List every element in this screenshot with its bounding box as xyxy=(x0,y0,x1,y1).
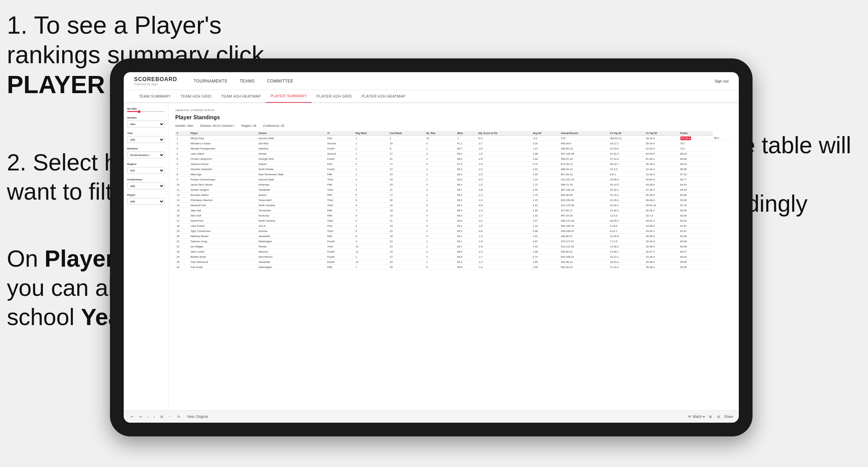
table-cell: 2 xyxy=(175,141,189,146)
toolbar-back[interactable]: ‹ xyxy=(146,414,149,419)
table-cell: 616-168-22 xyxy=(559,254,609,259)
table-cell: 66.77 xyxy=(679,177,713,182)
table-cell: 20-14-5 xyxy=(609,182,644,187)
sidebar-player-section: Player (All) xyxy=(127,193,165,205)
nav-tournaments[interactable]: TOURNAMENTS xyxy=(188,72,234,90)
table-cell: 49-35-9 xyxy=(644,234,679,239)
sub-nav-team-h2h-heatmap[interactable]: TEAM H2H HEATMAP xyxy=(216,90,266,103)
sub-nav-team-h2h-grid[interactable]: TEAM H2H GRID xyxy=(176,90,216,103)
col-vs-top25: Vs Top 25 xyxy=(609,131,644,136)
table-cell: 14-20-1 xyxy=(609,249,644,254)
table-cell: 3 xyxy=(175,146,189,151)
table-cell: 24-10-4 xyxy=(644,167,679,172)
table-cell: Florida xyxy=(257,244,326,249)
table-cell: 59.95 xyxy=(679,259,713,265)
table-cell: 2.72 xyxy=(532,162,560,167)
table-cell: 4 xyxy=(175,151,189,156)
sidebar-gender-section: Gender Men xyxy=(127,116,165,127)
table-cell: 61.87 xyxy=(679,223,713,229)
col-adj-score: Adj. Score to Par xyxy=(477,131,531,136)
toolbar-layout[interactable]: ⊟ xyxy=(716,414,721,419)
table-cell: 25 xyxy=(388,265,425,270)
table-cell: Fourth xyxy=(326,254,354,259)
table-cell: 18 xyxy=(388,208,425,213)
table-cell: Mats Ege xyxy=(189,172,257,177)
col-points: Points xyxy=(679,131,713,136)
table-cell: -0.2 xyxy=(477,218,531,223)
table-cell: 0 xyxy=(425,249,456,254)
table-cell: 21 xyxy=(388,187,425,192)
table-cell: 0 xyxy=(425,223,456,229)
sidebar-player-select[interactable]: (All) xyxy=(127,198,165,205)
toolbar-refresh[interactable]: ⟳ xyxy=(176,414,181,419)
sidebar-year-select[interactable]: (All) xyxy=(127,136,165,143)
table-cell: 3.10 xyxy=(532,141,560,146)
table-cell: 22-29-1 xyxy=(609,198,644,203)
table-cell: Preston Summerhays xyxy=(189,177,257,182)
table-cell: 406-172-16 xyxy=(559,218,609,223)
table-cell: 7 xyxy=(175,167,189,172)
table-cell: 1.65 xyxy=(532,259,560,265)
table-cell: 23 xyxy=(388,239,425,244)
col-player: Player xyxy=(189,131,257,136)
sidebar-conference-select[interactable]: (All) xyxy=(127,182,165,189)
table-cell: 21 xyxy=(388,156,425,162)
table-cell: 387-133-16 xyxy=(559,187,609,192)
table-cell: Fifth xyxy=(326,213,354,218)
toolbar-options[interactable]: ⋯ xyxy=(167,414,173,419)
share-button[interactable]: Share xyxy=(724,415,733,419)
table-cell: 3 xyxy=(354,177,389,182)
table-cell: 429-198-22 xyxy=(559,229,609,234)
sidebar-division-label: Division xyxy=(127,147,165,150)
col-overall: Overall Record xyxy=(559,131,609,136)
table-cell: Christo Lamprecht xyxy=(189,156,257,162)
table-cell: 0 xyxy=(425,265,456,270)
toolbar-forward[interactable]: › xyxy=(152,414,156,419)
table-cell: 2 xyxy=(425,254,456,259)
table-cell: 69.1 xyxy=(456,223,477,229)
sub-nav-player-h2h-heatmap[interactable]: PLAYER H2H HEATMAP xyxy=(357,90,410,103)
sidebar-division-select[interactable]: NCAA Division I xyxy=(127,152,165,158)
table-cell: 1 xyxy=(425,146,456,151)
toolbar-undo[interactable]: ↩ xyxy=(129,414,135,419)
table-cell: 11 xyxy=(175,187,189,192)
table-cell: 31-15-1 xyxy=(609,192,644,198)
table-cell: 14 xyxy=(175,203,189,208)
table-cell: 0 xyxy=(425,213,456,218)
nav-committee[interactable]: COMMITTEE xyxy=(261,72,300,90)
watch-button[interactable]: 👁 Watch ▾ xyxy=(688,415,705,419)
table-cell: 1 xyxy=(354,172,389,177)
sidebar-region-select[interactable]: N/A xyxy=(127,167,165,174)
slider-thumb[interactable] xyxy=(138,110,141,113)
filter-division: Division: NCAA Division I xyxy=(200,124,235,127)
toolbar-filter[interactable]: ⊞ xyxy=(708,414,713,419)
table-cell: Michael Le Sasso xyxy=(189,141,257,146)
table-row: 24Bastien AmatNew MexicoFourth127269.4-1… xyxy=(175,254,732,259)
table-cell: 509-82-21 xyxy=(559,249,609,254)
table-cell: -3.2 xyxy=(532,136,560,141)
sub-nav-player-summary[interactable]: PLAYER SUMMARY xyxy=(266,90,312,103)
table-cell: 24-45-1 xyxy=(644,229,679,234)
table-cell: 488-72-25 xyxy=(559,182,609,187)
table-cell: 22 xyxy=(175,244,189,249)
sidebar-gender-select[interactable]: Men xyxy=(127,121,165,127)
nav-teams[interactable]: TEAMS xyxy=(234,72,261,90)
table-cell: -0.8 xyxy=(477,187,531,192)
toolbar-redo[interactable]: ↪ xyxy=(137,414,143,419)
table-cell: 19-16-0 xyxy=(644,254,679,259)
sub-nav-player-h2h-grid[interactable]: PLAYER H2H GRID xyxy=(312,90,357,103)
table-cell: 67.42 xyxy=(679,172,713,177)
nav-sign-out[interactable]: Sign out xyxy=(715,79,728,83)
sidebar: No Rds. Gender Men Year xyxy=(124,103,168,410)
table-row: 9Preston SummerhaysArizona StateThird324… xyxy=(175,177,732,182)
table-cell: 4 xyxy=(354,239,389,244)
sub-nav-team-summary[interactable]: TEAM SUMMARY xyxy=(134,90,176,103)
table-cell: 18-7-3 xyxy=(644,213,679,218)
table-cell: -1.1 xyxy=(477,192,531,198)
table-cell: 10-10-0 xyxy=(609,146,644,151)
col-school: School xyxy=(257,131,326,136)
table-cell: 28-15-0 xyxy=(644,136,679,141)
table-cell: Florida xyxy=(257,151,326,156)
toolbar-copy[interactable]: ⧉ xyxy=(159,414,164,420)
table-cell: 73.1 xyxy=(679,146,713,151)
